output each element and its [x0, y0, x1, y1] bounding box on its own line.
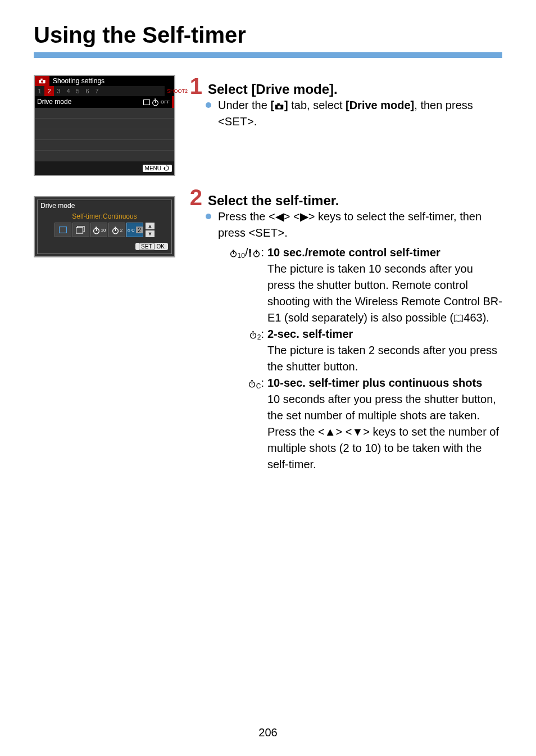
title-underline [34, 52, 502, 58]
page-ref-icon [453, 311, 464, 324]
tab-7[interactable]: 7 [92, 86, 102, 96]
screenshot-drive-mode: Drive mode Self-timer:Continuous 10 2 [34, 196, 175, 257]
def-body: The picture is taken 2 seconds after you… [267, 342, 502, 375]
stepper-up[interactable]: ▲ [146, 223, 155, 229]
step-2: 2 Select the self-timer. Press the <◀> <… [202, 186, 502, 473]
camera-tab-icon [274, 97, 284, 114]
shoot-label: SHOOT2 [165, 86, 174, 96]
tab-6[interactable]: 6 [83, 86, 92, 96]
svg-rect-32 [252, 332, 254, 333]
tab-1[interactable]: 1 [35, 86, 44, 96]
timer-2-icon: 2 [249, 328, 261, 340]
def-body-a: 10 seconds after you press the shutter b… [267, 391, 502, 424]
right-arrow-icon: ▶ [300, 210, 308, 223]
def-title: 10 sec./remote control self-timer [267, 245, 502, 261]
def-10sec-remote: 10/: 10 sec./remote control self-timer T… [218, 245, 502, 326]
option-timer-10[interactable]: 10 [90, 223, 107, 237]
svg-rect-20 [277, 103, 280, 105]
timer-continuous-icon: C [248, 377, 261, 389]
svg-rect-6 [155, 99, 156, 100]
tab-strip: 1 2 3 4 5 6 7 SHOOT2 [35, 86, 174, 96]
step-2-number: 2 [185, 186, 202, 209]
svg-rect-24 [233, 250, 234, 251]
step-1-title: Select [Drive mode]. [208, 82, 338, 97]
shot-count: 2 [136, 227, 143, 233]
step-2-title: Select the self-timer. [208, 193, 339, 209]
page-number: 206 [0, 726, 536, 739]
svg-rect-26 [249, 253, 251, 257]
def-title: 2-sec. self-timer [267, 326, 502, 342]
svg-point-2 [41, 80, 43, 83]
option-timer-continuous[interactable]: C 2 [126, 223, 143, 237]
up-arrow-icon: ▲ [325, 425, 336, 438]
def-10sec-continuous: C: 10-sec. self-timer plus continuous sh… [218, 375, 502, 473]
step-1-text: Under the [] tab, select [Drive mode], t… [218, 97, 502, 130]
option-timer-2[interactable]: 2 [108, 223, 125, 237]
screenshot-shooting-settings: Shooting settings 1 2 3 4 5 6 7 SHOOT2 D… [34, 75, 175, 176]
menu-row-drive-mode[interactable]: Drive mode OFF [35, 96, 174, 108]
drive-mode-value-icon: OFF [143, 98, 170, 106]
svg-rect-9 [76, 228, 83, 233]
svg-point-21 [278, 106, 280, 108]
camera-icon [35, 76, 49, 86]
step-1: 1 Select [Drive mode]. Under the [] tab,… [202, 75, 502, 130]
def-title: 10-sec. self-timer plus continuous shots [267, 375, 502, 391]
step-2-press: Press the <◀> <▶> keys to select the sel… [218, 209, 502, 241]
stepper-down[interactable]: ▼ [146, 230, 155, 237]
svg-rect-29 [256, 250, 257, 251]
left-arrow-icon: ◀ [275, 210, 284, 223]
svg-rect-3 [144, 99, 150, 105]
menu-blank-row [35, 129, 174, 140]
svg-rect-35 [251, 381, 253, 382]
tab-5[interactable]: 5 [73, 86, 83, 96]
def-body-b: Press the <▲> <▼> keys to set the number… [267, 424, 502, 473]
svg-rect-12 [96, 227, 97, 228]
drive-mode-title: Drive mode [38, 200, 171, 211]
page-title: Using the Self-timer [34, 22, 502, 48]
timer-10-icon: 10 [229, 246, 245, 259]
menu-row-label: Drive mode [37, 98, 71, 106]
menu-blank-row [35, 151, 174, 161]
menu-back-button[interactable]: MENU [143, 165, 172, 172]
menu-blank-row [35, 119, 174, 129]
down-arrow-icon: ▼ [352, 425, 363, 438]
tab-3[interactable]: 3 [54, 86, 63, 96]
svg-rect-25 [249, 249, 251, 253]
option-single[interactable] [54, 223, 71, 237]
svg-rect-7 [60, 227, 67, 233]
def-body: The picture is taken 10 seconds after yo… [267, 261, 502, 326]
step-1-number: 1 [185, 75, 202, 97]
svg-rect-18 [128, 229, 129, 229]
tab-2[interactable]: 2 [44, 86, 54, 96]
remote-timer-icon [248, 246, 261, 259]
svg-rect-15 [115, 227, 116, 228]
drive-mode-subtitle: Self-timer:Continuous [38, 211, 171, 223]
def-2sec: 2: 2-sec. self-timer The picture is take… [218, 326, 502, 375]
menu-blank-row [35, 140, 174, 151]
settings-header: Shooting settings [49, 77, 105, 85]
option-continuous[interactable] [72, 223, 89, 237]
svg-rect-1 [40, 79, 43, 80]
drive-mode-options: 10 2 C 2 ▲ ▼ [38, 223, 171, 239]
menu-blank-row [35, 108, 174, 119]
set-ok-button[interactable]: SETOK [135, 243, 168, 250]
tab-4[interactable]: 4 [63, 86, 73, 96]
